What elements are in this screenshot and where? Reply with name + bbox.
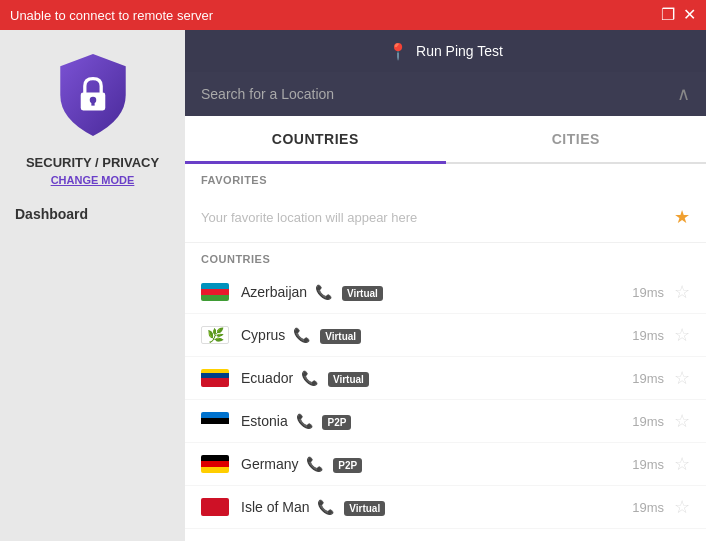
tab-cities[interactable]: CITIES xyxy=(446,116,707,162)
latency: 19ms xyxy=(632,457,664,472)
latency: 19ms xyxy=(632,285,664,300)
phone-icon: 📞 xyxy=(306,456,323,472)
svg-rect-2 xyxy=(91,101,94,106)
change-mode-link[interactable]: CHANGE MODE xyxy=(51,174,135,186)
favorite-star-icon[interactable]: ☆ xyxy=(674,367,690,389)
title-bar-controls: ❐ ✕ xyxy=(661,7,696,23)
badge-p2p: P2P xyxy=(333,458,362,473)
tab-countries-label: COUNTRIES xyxy=(272,131,359,147)
list-item[interactable]: Isle of Man 📞 Virtual 19ms ☆ xyxy=(185,486,706,529)
badge-p2p: P2P xyxy=(322,415,351,430)
country-name: Isle of Man 📞 Virtual xyxy=(241,499,632,515)
dashboard-label: Dashboard xyxy=(0,206,88,222)
flag-de-icon xyxy=(201,455,229,473)
latency: 19ms xyxy=(632,414,664,429)
search-text: Search for a Location xyxy=(201,86,334,102)
favorite-star-icon[interactable]: ☆ xyxy=(674,496,690,518)
ping-icon: 📍 xyxy=(388,42,408,61)
close-button[interactable]: ✕ xyxy=(683,7,696,23)
phone-icon: 📞 xyxy=(301,370,318,386)
list-item[interactable]: Azerbaijan 📞 Virtual 19ms ☆ xyxy=(185,271,706,314)
favorites-placeholder-text: Your favorite location will appear here xyxy=(201,210,417,225)
latency: 19ms xyxy=(632,328,664,343)
flag-ec-icon xyxy=(201,369,229,387)
content-area[interactable]: FAVORITES Your favorite location will ap… xyxy=(185,164,706,541)
flag-cy-icon: 🌿 xyxy=(201,326,229,344)
left-panel: SECURITY / PRIVACY CHANGE MODE Dashboard xyxy=(0,30,185,541)
phone-icon: 📞 xyxy=(317,499,334,515)
search-bar[interactable]: Search for a Location ∧ xyxy=(185,72,706,116)
title-bar-text: Unable to connect to remote server xyxy=(10,8,213,23)
ping-bar[interactable]: 📍 Run Ping Test xyxy=(185,30,706,72)
list-item[interactable]: 🌿 Cyprus 📞 Virtual 19ms ☆ xyxy=(185,314,706,357)
country-name: Cyprus 📞 Virtual xyxy=(241,327,632,343)
country-name: Estonia 📞 P2P xyxy=(241,413,632,429)
shield-icon xyxy=(48,50,138,140)
list-item[interactable]: Germany 📞 P2P 19ms ☆ xyxy=(185,443,706,486)
title-bar: Unable to connect to remote server ❐ ✕ xyxy=(0,0,706,30)
country-name: Ecuador 📞 Virtual xyxy=(241,370,632,386)
badge-virtual: Virtual xyxy=(328,372,369,387)
favorites-placeholder-row: Your favorite location will appear here … xyxy=(185,192,706,243)
flag-im-icon xyxy=(201,498,229,516)
badge-virtual: Virtual xyxy=(342,286,383,301)
favorites-header: FAVORITES xyxy=(185,164,706,192)
phone-icon: 📞 xyxy=(296,413,313,429)
favorite-star-icon[interactable]: ☆ xyxy=(674,410,690,432)
restore-button[interactable]: ❐ xyxy=(661,7,675,23)
flag-ee-icon xyxy=(201,412,229,430)
security-label: SECURITY / PRIVACY xyxy=(26,155,159,170)
main-panel: 📍 Run Ping Test Search for a Location ∧ … xyxy=(185,30,706,541)
countries-section-header: COUNTRIES xyxy=(185,243,706,271)
list-item[interactable]: Ecuador 📞 Virtual 19ms ☆ xyxy=(185,357,706,400)
tab-cities-label: CITIES xyxy=(552,131,600,147)
badge-virtual: Virtual xyxy=(344,501,385,516)
country-name: Azerbaijan 📞 Virtual xyxy=(241,284,632,300)
latency: 19ms xyxy=(632,371,664,386)
latency: 19ms xyxy=(632,500,664,515)
phone-icon: 📞 xyxy=(315,284,332,300)
favorite-star-icon[interactable]: ☆ xyxy=(674,281,690,303)
favorites-star-icon[interactable]: ★ xyxy=(674,206,690,228)
ping-text: Run Ping Test xyxy=(416,43,503,59)
flag-az-icon xyxy=(201,283,229,301)
country-name: Germany 📞 P2P xyxy=(241,456,632,472)
favorite-star-icon[interactable]: ☆ xyxy=(674,324,690,346)
chevron-up-icon: ∧ xyxy=(677,83,690,105)
favorite-star-icon[interactable]: ☆ xyxy=(674,453,690,475)
tab-countries[interactable]: COUNTRIES xyxy=(185,116,446,164)
tabs-container: COUNTRIES CITIES xyxy=(185,116,706,164)
phone-icon: 📞 xyxy=(293,327,310,343)
badge-virtual: Virtual xyxy=(320,329,361,344)
list-item[interactable]: Estonia 📞 P2P 19ms ☆ xyxy=(185,400,706,443)
